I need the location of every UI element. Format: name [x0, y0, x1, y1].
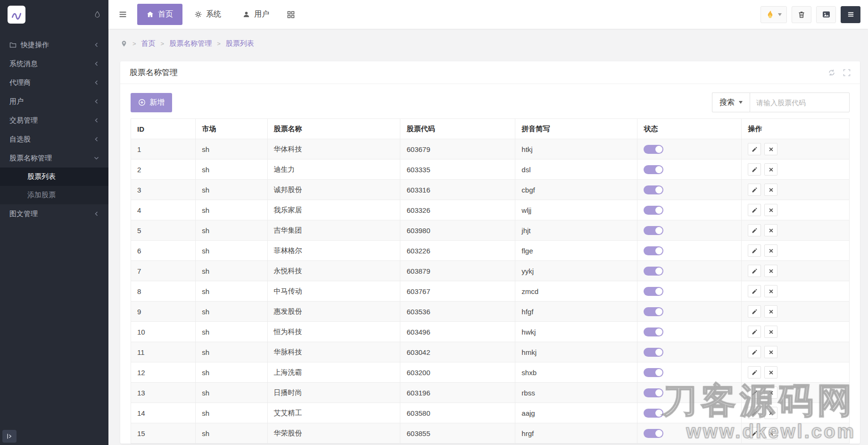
status-toggle[interactable] — [644, 368, 663, 377]
apps-grid-icon[interactable] — [279, 0, 303, 29]
delete-button[interactable] — [764, 224, 777, 236]
screenshot-button[interactable] — [816, 6, 836, 23]
topbar-tab[interactable]: 系统 — [185, 4, 231, 25]
add-button[interactable]: 新增 — [131, 93, 172, 112]
column-header: 股票名称 — [267, 119, 400, 139]
app-logo — [8, 6, 25, 24]
edit-button[interactable] — [748, 204, 761, 216]
edit-button[interactable] — [748, 184, 761, 196]
topbar-tab[interactable]: 首页 — [137, 4, 182, 25]
topbar-tabs: 首页系统用户 — [137, 0, 279, 29]
status-toggle[interactable] — [644, 327, 663, 336]
sidebar-item-label: 图文管理 — [9, 210, 94, 218]
fullscreen-icon[interactable] — [843, 69, 851, 76]
more-menu-button[interactable] — [841, 6, 860, 23]
sidebar-subitem[interactable]: 股票列表 — [0, 168, 108, 186]
chevron-left-icon — [94, 99, 99, 104]
user-icon — [243, 11, 250, 18]
search-dropdown-button[interactable]: 搜索 — [712, 92, 750, 112]
clear-cache-button[interactable] — [792, 6, 811, 23]
status-toggle[interactable] — [644, 185, 663, 194]
delete-button[interactable] — [764, 265, 777, 277]
theme-skin-button[interactable] — [761, 6, 787, 23]
status-toggle[interactable] — [644, 429, 663, 438]
main-area: 首页系统用户 — [108, 0, 868, 445]
delete-button[interactable] — [764, 305, 777, 318]
edit-button[interactable] — [748, 265, 761, 277]
topbar-tab[interactable]: 用户 — [233, 4, 279, 25]
status-toggle[interactable] — [644, 388, 663, 397]
breadcrumb-link[interactable]: 股票名称管理 — [169, 39, 212, 48]
delete-button[interactable] — [764, 244, 777, 257]
delete-button[interactable] — [764, 285, 777, 297]
sidebar-item[interactable]: 代理商 — [0, 73, 108, 92]
status-toggle[interactable] — [644, 348, 663, 357]
cell-market: sh — [196, 403, 267, 423]
delete-button[interactable] — [764, 386, 777, 399]
cell-id: 4 — [131, 200, 196, 220]
list-icon — [847, 11, 854, 18]
edit-button[interactable] — [748, 427, 761, 439]
status-toggle[interactable] — [644, 165, 663, 174]
status-toggle[interactable] — [644, 267, 663, 276]
delete-button[interactable] — [764, 427, 777, 439]
sidebar-item[interactable]: 股票名称管理 — [0, 149, 108, 168]
delete-button[interactable] — [764, 346, 777, 358]
sidebar-item[interactable]: 交易管理 — [0, 111, 108, 130]
edit-button[interactable] — [748, 244, 761, 257]
sidebar-item[interactable]: 图文管理 — [0, 204, 108, 223]
edit-button[interactable] — [748, 285, 761, 297]
delete-button[interactable] — [764, 143, 777, 155]
cell-pinyin: htkj — [515, 139, 637, 160]
status-toggle[interactable] — [644, 307, 663, 316]
search-input[interactable] — [750, 92, 850, 112]
delete-button[interactable] — [764, 163, 777, 176]
edit-button[interactable] — [748, 143, 761, 155]
sidebar-subitem[interactable]: 添加股票 — [0, 186, 108, 204]
table-row: 1sh华体科技603679htkj — [131, 139, 850, 160]
cell-operations — [742, 180, 850, 200]
breadcrumb-link[interactable]: 股票列表 — [226, 39, 254, 48]
cell-stock-name: 华荣股份 — [267, 423, 400, 444]
edit-button[interactable] — [748, 163, 761, 176]
breadcrumb-link[interactable]: 首页 — [141, 39, 156, 48]
sidebar-item[interactable]: 系统消息 — [0, 54, 108, 73]
cell-id: 6 — [131, 241, 196, 261]
sidebar-item[interactable]: 自选股 — [0, 130, 108, 149]
cell-pinyin: zmcd — [515, 281, 637, 302]
cell-pinyin: flge — [515, 241, 637, 261]
edit-button[interactable] — [748, 366, 761, 378]
status-toggle[interactable] — [644, 246, 663, 255]
sidebar-item[interactable]: 快捷操作 — [0, 35, 108, 54]
cell-stock-name: 华脉科技 — [267, 342, 400, 362]
edit-button[interactable] — [748, 346, 761, 358]
edit-button[interactable] — [748, 224, 761, 236]
delete-button[interactable] — [764, 326, 777, 338]
close-icon — [769, 309, 774, 314]
edit-button[interactable] — [748, 407, 761, 419]
edit-button[interactable] — [748, 305, 761, 318]
status-toggle[interactable] — [644, 409, 663, 418]
delete-button[interactable] — [764, 366, 777, 378]
table-row: 4sh我乐家居603326wljj — [131, 200, 850, 220]
edit-pencil-icon — [752, 146, 758, 152]
cell-stock-name: 菲林格尔 — [267, 241, 400, 261]
status-toggle[interactable] — [644, 145, 663, 154]
hamburger-menu-icon[interactable] — [108, 0, 137, 29]
cell-stock-name: 日播时尚 — [267, 383, 400, 403]
refresh-icon[interactable] — [828, 69, 835, 76]
topbar-actions — [761, 6, 868, 23]
status-toggle[interactable] — [644, 226, 663, 235]
sidebar-expand-button[interactable] — [2, 430, 17, 443]
delete-button[interactable] — [764, 204, 777, 216]
sidebar-item[interactable]: 用户 — [0, 92, 108, 111]
status-toggle[interactable] — [644, 206, 663, 215]
caret-down-icon — [739, 101, 743, 104]
delete-button[interactable] — [764, 407, 777, 419]
edit-button[interactable] — [748, 386, 761, 399]
delete-button[interactable] — [764, 184, 777, 196]
edit-button[interactable] — [748, 326, 761, 338]
cell-market: sh — [196, 180, 267, 200]
status-toggle[interactable] — [644, 287, 663, 296]
cell-id: 12 — [131, 362, 196, 383]
